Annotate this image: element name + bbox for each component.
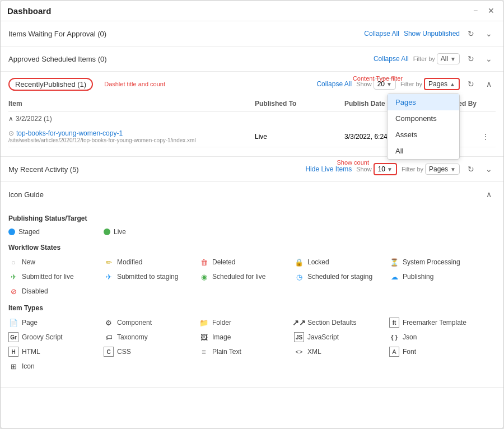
- icon-guide-title: Icon Guide: [8, 190, 44, 199]
- publishing-icon: ☁: [389, 272, 399, 282]
- section-defaults-icon: ↗↗: [294, 318, 304, 328]
- deleted-item: 🗑 Deleted: [199, 257, 277, 267]
- hide-live-button[interactable]: Hide Live Items: [305, 165, 352, 173]
- image-icon: 🖼: [199, 332, 209, 342]
- submitted-live-label: Submitted for live: [22, 273, 74, 281]
- waiting-header: Items Waiting For Approval (0) Collapse …: [1, 21, 503, 46]
- publishing-status-row: Staged Live: [8, 228, 496, 236]
- submitted-staging-label: Submitted to staging: [117, 273, 178, 281]
- minimize-button[interactable]: −: [470, 5, 481, 16]
- dropdown-pages[interactable]: Pages: [388, 94, 459, 110]
- window-title: Dashboard: [7, 6, 51, 16]
- scheduled-staging-label: Scheduled for staging: [307, 273, 372, 281]
- content-type-annotation: Content Type filter: [353, 75, 403, 82]
- font-label: Font: [403, 348, 416, 356]
- activity-show-select[interactable]: 10 ▼: [374, 163, 397, 175]
- modified-icon: ✏: [104, 257, 114, 267]
- dropdown-components[interactable]: Components: [388, 110, 459, 127]
- icon-type-item: ⊞ Icon: [8, 361, 87, 371]
- xml-icon: <>: [294, 347, 304, 357]
- waiting-section: Items Waiting For Approval (0) Collapse …: [1, 21, 503, 46]
- taxonomy-label: Taxonomy: [117, 333, 148, 341]
- activity-filter-select[interactable]: Pages ▼: [425, 164, 460, 175]
- submitted-staging-icon: ✈: [104, 272, 114, 282]
- show-count-annotation: Show count: [337, 159, 369, 166]
- xml-label: XML: [307, 348, 321, 356]
- workflow-states-title: Workflow States: [8, 244, 496, 251]
- deleted-icon: 🗑: [199, 257, 209, 267]
- item-icon: ⊙: [8, 129, 14, 137]
- live-dot: [104, 229, 110, 235]
- scheduled-live-icon: ◉: [199, 272, 209, 282]
- dropdown-all[interactable]: All: [388, 143, 459, 159]
- waiting-expand-button[interactable]: ⌄: [482, 27, 496, 40]
- activity-show-value: 10: [378, 165, 385, 173]
- live-item: Live: [104, 228, 182, 236]
- html-icon: H: [8, 347, 18, 357]
- scheduled-filter-value: All: [441, 55, 448, 63]
- window-controls: − ✕: [470, 5, 497, 16]
- scheduled-filter-select[interactable]: All ▼: [437, 53, 460, 64]
- recent-activity-header: My Recent Activity (5) Show count Hide L…: [1, 157, 503, 181]
- waiting-collapse-all[interactable]: Collapse All: [364, 30, 399, 38]
- close-button[interactable]: ✕: [486, 5, 497, 16]
- icon-guide-expand-button[interactable]: ∧: [482, 188, 496, 201]
- icon-type-label: Icon: [22, 362, 35, 370]
- recently-filter-label: Filter by: [400, 81, 422, 87]
- modified-item: ✏ Modified: [104, 257, 182, 267]
- html-label: HTML: [22, 348, 40, 356]
- plaintext-type-item: ≡ Plain Text: [199, 347, 277, 357]
- recently-header: RecentlyPublished (1) Dashlet title and …: [1, 72, 503, 96]
- disabled-icon: ⊘: [8, 286, 18, 296]
- scheduled-controls: Collapse All Filter by All ▼ ↻ ⌄: [374, 52, 496, 66]
- recently-expand-button[interactable]: ∧: [482, 77, 496, 91]
- page-type-item: 📄 Page: [8, 318, 87, 328]
- recently-refresh-button[interactable]: ↻: [464, 77, 478, 91]
- new-icon: ○: [8, 257, 18, 267]
- activity-refresh-button[interactable]: ↻: [464, 162, 478, 176]
- activity-expand-button[interactable]: ⌄: [482, 162, 496, 176]
- javascript-type-item: JS JavaScript: [294, 332, 372, 342]
- section-defaults-label: Section Defaults: [307, 319, 356, 327]
- icon-type-icon: ⊞: [8, 361, 18, 371]
- scheduled-section: Approved Scheduled Items (0) Collapse Al…: [1, 46, 503, 72]
- component-icon: ⚙: [104, 318, 114, 328]
- recent-activity-title: My Recent Activity (5): [8, 165, 79, 174]
- col-actions: [479, 100, 496, 108]
- activity-show-label: Show: [356, 166, 372, 172]
- scheduled-filter-group: Filter by All ▼: [413, 53, 460, 64]
- item-types-title: Item Types: [8, 304, 496, 312]
- scheduled-expand-button[interactable]: ⌄: [482, 52, 496, 66]
- titlebar: Dashboard − ✕: [1, 1, 503, 21]
- system-processing-icon: ⏳: [389, 257, 399, 267]
- live-label: Live: [114, 228, 126, 236]
- recent-activity-controls: Show count Hide Live Items Show 10 ▼ Fil…: [301, 162, 496, 176]
- staged-dot: [8, 229, 15, 235]
- locked-item: 🔒 Locked: [294, 257, 372, 267]
- item-name[interactable]: top-books-for-young-women-copy-1: [16, 129, 123, 137]
- scheduled-collapse-all[interactable]: Collapse All: [374, 55, 409, 63]
- scheduled-header: Approved Scheduled Items (0) Collapse Al…: [1, 46, 503, 71]
- css-label: CSS: [117, 348, 131, 356]
- freemarker-type-item: ft Freemarker Template: [389, 318, 468, 328]
- dropdown-assets[interactable]: Assets: [388, 127, 459, 143]
- recently-filter-group: Filter by Pages ▲ Pages Components Asset…: [400, 78, 460, 90]
- new-item: ○ New: [8, 257, 87, 267]
- published-to-cell: Live: [255, 133, 344, 141]
- staged-label: Staged: [18, 228, 40, 236]
- disabled-item: ⊘ Disabled: [8, 286, 87, 296]
- recently-collapse-all[interactable]: Collapse All: [316, 80, 352, 88]
- dashlet-annotation: Dashlet title and count: [104, 81, 165, 87]
- scheduled-refresh-button[interactable]: ↻: [464, 52, 478, 66]
- recently-filter-select[interactable]: Pages ▲: [424, 78, 460, 90]
- font-icon: A: [389, 347, 399, 357]
- waiting-refresh-button[interactable]: ↻: [464, 27, 478, 40]
- scheduled-filter-chevron: ▼: [450, 56, 456, 62]
- row-more-button[interactable]: ⋮: [479, 130, 492, 143]
- scheduled-live-item: ◉ Scheduled for live: [199, 272, 277, 282]
- waiting-show-unpublished[interactable]: Show Unpublished: [404, 30, 460, 38]
- taxonomy-icon: 🏷: [104, 332, 114, 342]
- system-processing-label: System Processing: [403, 258, 460, 266]
- groovy-icon: Gr: [8, 332, 18, 342]
- modified-label: Modified: [117, 258, 142, 266]
